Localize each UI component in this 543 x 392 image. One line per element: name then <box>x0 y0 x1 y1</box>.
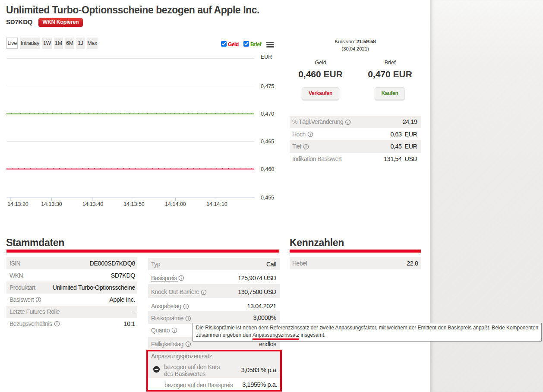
svg-text:0,470: 0,470 <box>261 111 274 117</box>
svg-text:14:14:10: 14:14:10 <box>206 201 227 207</box>
svg-text:0,455: 0,455 <box>261 195 274 201</box>
svg-text:0,475: 0,475 <box>261 83 274 89</box>
svg-text:14:13:50: 14:13:50 <box>123 201 145 207</box>
svg-text:14:13:40: 14:13:40 <box>82 201 104 207</box>
svg-text:14:13:30: 14:13:30 <box>41 201 62 207</box>
svg-text:EUR: EUR <box>261 54 272 60</box>
svg-text:14:14:00: 14:14:00 <box>165 201 186 207</box>
svg-text:0,460: 0,460 <box>261 166 274 172</box>
svg-text:0,465: 0,465 <box>261 139 274 145</box>
svg-text:14:13:20: 14:13:20 <box>7 201 28 207</box>
